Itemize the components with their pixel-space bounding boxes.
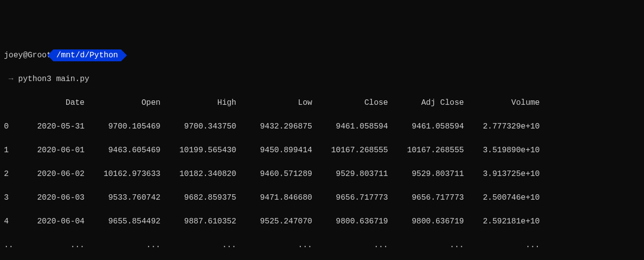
user-host: joey@Groot bbox=[4, 49, 53, 61]
cell-adjclose: 9461.058594 bbox=[398, 121, 464, 132]
cell-close: 10167.268555 bbox=[322, 144, 388, 156]
cell-ellipsis: ... bbox=[170, 239, 236, 251]
cell-adjclose: 10167.268555 bbox=[398, 144, 464, 156]
cell-high: 9682.859375 bbox=[170, 192, 236, 204]
cell-open: 10162.973633 bbox=[94, 168, 160, 180]
row-index: 2 bbox=[4, 168, 18, 180]
cell-low: 9471.846680 bbox=[246, 192, 312, 204]
cell-volume: 2.777329e+10 bbox=[474, 121, 540, 132]
cell-date: 2020-06-03 bbox=[28, 192, 84, 204]
col-header-date: Date bbox=[28, 97, 84, 109]
table-row: 3 2020-06-03 9533.760742 9682.859375 947… bbox=[4, 192, 640, 204]
cell-ellipsis: ... bbox=[28, 239, 84, 251]
cell-low: 9460.571289 bbox=[246, 168, 312, 180]
command-text: python3 main.py bbox=[18, 75, 89, 84]
cell-close: 9800.636719 bbox=[322, 216, 388, 227]
cell-ellipsis: ... bbox=[94, 239, 160, 251]
cell-date: 2020-05-31 bbox=[28, 121, 84, 132]
cell-volume: 3.519890e+10 bbox=[474, 144, 540, 156]
cell-volume: 2.500746e+10 bbox=[474, 192, 540, 204]
col-header-high: High bbox=[170, 97, 236, 109]
table-row: 0 2020-05-31 9700.105469 9700.343750 943… bbox=[4, 121, 640, 132]
cell-volume: 2.592181e+10 bbox=[474, 216, 540, 227]
cell-high: 10199.565430 bbox=[170, 144, 236, 156]
path-chip: /mnt/d/Python bbox=[53, 49, 121, 61]
col-header-open: Open bbox=[94, 97, 160, 109]
prompt-line-1: joey@Groot /mnt/d/Python bbox=[4, 49, 640, 61]
cell-date: 2020-06-04 bbox=[28, 216, 84, 227]
table-row: 2 2020-06-02 10162.973633 10182.340820 9… bbox=[4, 168, 640, 180]
cell-ellipsis: ... bbox=[322, 239, 388, 251]
cell-close: 9529.803711 bbox=[322, 168, 388, 180]
cell-adjclose: 9656.717773 bbox=[398, 192, 464, 204]
col-header-low: Low bbox=[246, 97, 312, 109]
col-header-close: Close bbox=[322, 97, 388, 109]
col-header-volume: Volume bbox=[474, 97, 540, 109]
cell-open: 9655.854492 bbox=[94, 216, 160, 227]
cell-open: 9463.605469 bbox=[94, 144, 160, 156]
cell-ellipsis: ... bbox=[474, 239, 540, 251]
cell-ellipsis: ... bbox=[398, 239, 464, 251]
cell-volume: 3.913725e+10 bbox=[474, 168, 540, 180]
cell-low: 9525.247070 bbox=[246, 216, 312, 227]
prompt-arrow-icon: → bbox=[9, 75, 14, 84]
cell-high: 10182.340820 bbox=[170, 168, 236, 180]
cell-adjclose: 9529.803711 bbox=[398, 168, 464, 180]
ellipsis-row: .. ... ... ... ... ... ... ... bbox=[4, 239, 640, 251]
cell-adjclose: 9800.636719 bbox=[398, 216, 464, 227]
table-row: 1 2020-06-01 9463.605469 10199.565430 94… bbox=[4, 144, 640, 156]
cell-open: 9700.105469 bbox=[94, 121, 160, 132]
cell-date: 2020-06-01 bbox=[28, 144, 84, 156]
cell-ellipsis: ... bbox=[246, 239, 312, 251]
cell-date: 2020-06-02 bbox=[28, 168, 84, 180]
cell-high: 9887.610352 bbox=[170, 216, 236, 227]
cell-open: 9533.760742 bbox=[94, 192, 160, 204]
cell-close: 9461.058594 bbox=[322, 121, 388, 132]
cell-low: 9432.296875 bbox=[246, 121, 312, 132]
cell-close: 9656.717773 bbox=[322, 192, 388, 204]
command-line[interactable]: → python3 main.py bbox=[4, 73, 640, 85]
row-index: 3 bbox=[4, 192, 18, 204]
cell-low: 9450.899414 bbox=[246, 144, 312, 156]
path-text: /mnt/d/Python bbox=[56, 49, 118, 61]
row-index: .. bbox=[4, 239, 18, 251]
table-row: 4 2020-06-04 9655.854492 9887.610352 952… bbox=[4, 216, 640, 227]
cell-high: 9700.343750 bbox=[170, 121, 236, 132]
row-index: 1 bbox=[4, 144, 18, 156]
col-header-adjclose: Adj Close bbox=[398, 97, 464, 109]
header-row: Date Open High Low Close Adj Close Volum… bbox=[4, 97, 640, 109]
row-index: 4 bbox=[4, 216, 18, 227]
row-index: 0 bbox=[4, 121, 18, 132]
